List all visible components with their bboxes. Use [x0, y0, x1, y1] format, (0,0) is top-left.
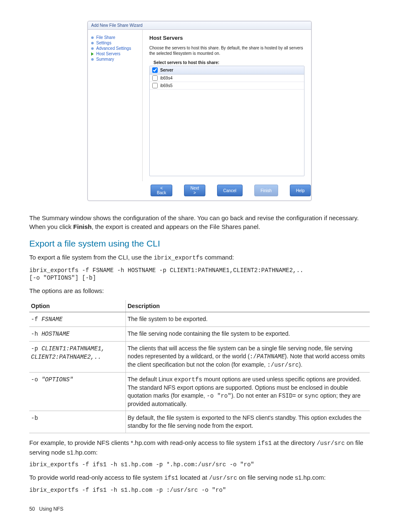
server-row[interactable]: ib69s4 [150, 75, 304, 82]
table-row: -p CLIENT1:PATHNAME1,CLIENT2:PATHNAME2,.… [29, 342, 370, 373]
bullet-icon [91, 42, 94, 44]
summary-paragraph: The Summary window shows the configurati… [29, 213, 370, 231]
description-cell: The file serving node containing the fil… [126, 327, 370, 342]
option-cell: -o "OPTIONS" [29, 372, 126, 411]
add-file-share-wizard: Add New File Share Wizard File Share Set… [87, 21, 312, 201]
page-description: Choose the servers to host this share. B… [149, 45, 304, 56]
table-row: -f FSNAMEThe file system to be exported. [29, 312, 370, 327]
cli-syntax-block: ibrix_exportfs -f FSNAME -h HOSTNAME -p … [29, 267, 370, 283]
finish-button: Finish [254, 185, 278, 196]
table-row: -o "OPTIONS"The default Linux exportfs m… [29, 372, 370, 411]
wizard-title: Add New File Share Wizard [88, 21, 311, 30]
bullet-icon [91, 36, 94, 39]
nav-label: Advanced Settings [96, 46, 131, 51]
nav-label: Summary [96, 57, 114, 62]
server-name: ib69s4 [160, 76, 172, 80]
option-cell: -p CLIENT1:PATHNAME1,CLIENT2:PATHNAME2,.… [29, 342, 126, 373]
col-option: Option [29, 300, 126, 312]
col-server: Server [160, 68, 173, 72]
page-footer: 50 Using NFS [29, 506, 370, 512]
server-checkbox[interactable] [152, 83, 158, 88]
description-cell: The clients that will access the file sy… [126, 342, 370, 373]
back-button[interactable]: < Back [151, 185, 172, 196]
server-checkbox[interactable] [152, 75, 158, 81]
option-cell: -b [29, 411, 126, 433]
options-table: Option Description -f FSNAMEThe file sys… [29, 300, 370, 433]
select-all-checkbox[interactable] [152, 67, 158, 73]
table-row: -bBy default, the file system is exporte… [29, 411, 370, 433]
nav-settings[interactable]: Settings [90, 40, 140, 46]
cancel-button[interactable]: Cancel [217, 185, 243, 196]
table-row: -h HOSTNAMEThe file serving node contain… [29, 327, 370, 342]
nav-label: File Share [96, 35, 115, 40]
page-heading: Host Servers [149, 35, 304, 41]
arrow-icon [91, 52, 94, 56]
nav-label: Host Servers [96, 51, 120, 56]
server-name: ib69s5 [160, 83, 172, 88]
server-list-header: Server [150, 66, 304, 75]
list-subhead: Select servers to host this share: [149, 60, 304, 65]
server-list: Server ib69s4 ib69s5 [149, 66, 304, 176]
nav-file-share[interactable]: File Share [90, 35, 140, 40]
bullet-icon [91, 47, 94, 50]
server-row[interactable]: ib69s5 [150, 82, 304, 90]
description-cell: The file system to be exported. [126, 312, 370, 327]
cli-intro: To export a file system from the CLI, us… [29, 253, 370, 262]
nav-summary[interactable]: Summary [90, 57, 140, 62]
example2-command: ibrix_exportfs -f ifs1 -h s1.hp.com -p :… [29, 486, 370, 494]
bullet-icon [91, 58, 94, 61]
description-cell: The default Linux exportfs mount options… [126, 372, 370, 411]
example1-command: ibrix_exportfs -f ifs1 -h s1.hp.com -p *… [29, 461, 370, 469]
next-button[interactable]: Next > [184, 185, 205, 196]
help-button[interactable]: Help [290, 185, 311, 196]
option-cell: -f FSNAME [29, 312, 126, 327]
nav-advanced-settings[interactable]: Advanced Settings [90, 46, 140, 51]
wizard-button-bar: < Back Next > Cancel Finish Help [88, 181, 311, 200]
example2-text: To provide world read-only access to fil… [29, 473, 370, 483]
options-lead: The options are as follows: [29, 286, 370, 295]
nav-host-servers[interactable]: Host Servers [90, 51, 140, 57]
wizard-nav: File Share Settings Advanced Settings Ho… [88, 30, 143, 181]
col-description: Description [126, 300, 370, 312]
nav-label: Settings [96, 41, 111, 45]
example1-text: For example, to provide NFS clients *.hp… [29, 438, 370, 457]
description-cell: By default, the file system is exported … [126, 411, 370, 433]
section-heading-export-cli: Export a file system using the CLI [29, 239, 370, 249]
option-cell: -h HOSTNAME [29, 327, 126, 342]
